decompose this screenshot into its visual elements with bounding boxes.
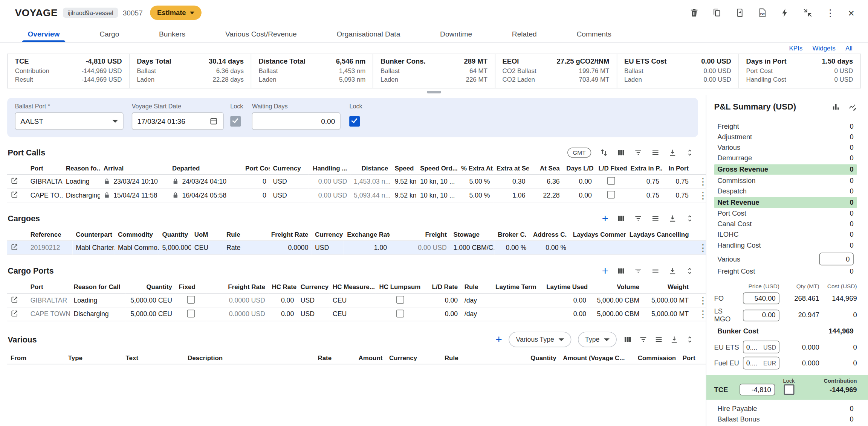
tab-related[interactable]: Related xyxy=(504,26,544,42)
unfold-icon[interactable] xyxy=(685,148,694,157)
copy-icon[interactable] xyxy=(712,8,722,18)
filter-icon[interactable] xyxy=(634,214,643,223)
tce-input[interactable] xyxy=(740,384,775,396)
add-various-button[interactable]: + xyxy=(496,334,502,345)
view-link-all[interactable]: All xyxy=(845,45,853,52)
tab-comments[interactable]: Comments xyxy=(569,26,619,42)
port-call-row[interactable]: CAPE TO... Discharging 15/04/24 11:58 16… xyxy=(7,188,706,202)
ls-mgo-price-input[interactable] xyxy=(743,309,779,321)
col-counterpart[interactable]: Counterpart xyxy=(72,228,115,241)
waiting-days-lock-checkbox[interactable] xyxy=(350,116,360,127)
bar-chart-icon[interactable] xyxy=(831,102,840,111)
various-type-dropdown[interactable]: Various Type xyxy=(509,332,571,347)
col-hc-measure[interactable]: HC Measure... xyxy=(329,281,376,293)
col-in-port[interactable]: In Port xyxy=(663,162,692,175)
hc-lumpsum-checkbox[interactable] xyxy=(396,295,404,303)
port-call-row[interactable]: GIBRALTAR Loading 23/03/24 10:10 24/03/2… xyxy=(7,175,706,189)
col-port[interactable]: Port xyxy=(27,281,70,293)
hc-lumpsum-checkbox[interactable] xyxy=(396,309,404,317)
fixed-checkbox[interactable] xyxy=(187,309,195,317)
download-icon[interactable] xyxy=(668,214,677,223)
col-address-c[interactable]: Address C. xyxy=(530,228,570,241)
col-port-cost[interactable]: Port Cost xyxy=(242,162,269,175)
cargo-row[interactable]: 20190212 Mabl Charter... Mabl Commo... 5… xyxy=(7,241,706,255)
type-dropdown[interactable]: Type xyxy=(578,332,617,347)
edit-icon[interactable] xyxy=(11,243,18,251)
bolt-icon[interactable] xyxy=(780,8,790,18)
download-icon[interactable] xyxy=(670,335,679,344)
cargo-port-row[interactable]: GIBRALTAR Loading 5,000.00 CEU 0.0000 US… xyxy=(7,294,706,307)
tab-bunkers[interactable]: Bunkers xyxy=(151,26,193,42)
col-volume[interactable]: Volume xyxy=(590,281,643,293)
unfold-icon[interactable] xyxy=(685,266,694,275)
col-quantity[interactable]: Quantity xyxy=(126,281,176,293)
col-freight[interactable]: Freight xyxy=(390,228,450,241)
pnl-various-input[interactable] xyxy=(819,253,854,266)
col-commission[interactable]: Commission xyxy=(627,352,679,364)
drag-handle[interactable] xyxy=(427,91,441,93)
fuel-eu-input[interactable]: 0....EUR xyxy=(743,357,779,370)
tce-lock-checkbox[interactable] xyxy=(784,384,794,395)
col-port[interactable]: Port xyxy=(27,162,63,175)
tab-downtime[interactable]: Downtime xyxy=(432,26,480,42)
tab-various-cost-revenue[interactable]: Various Cost/Revenue xyxy=(217,26,304,42)
row-menu-icon[interactable]: ⋮ xyxy=(698,309,706,320)
col-hc-rate[interactable]: HC Rate xyxy=(269,281,297,293)
col-rule[interactable]: Rule xyxy=(223,228,263,241)
filter-icon[interactable] xyxy=(639,335,648,344)
col-weight[interactable]: Weight xyxy=(643,281,692,293)
unfold-icon[interactable] xyxy=(685,335,694,344)
columns-icon[interactable] xyxy=(617,214,626,223)
col-reference[interactable]: Reference xyxy=(27,228,72,241)
edit-icon[interactable] xyxy=(11,295,18,303)
view-link-widgets[interactable]: Widgets xyxy=(813,45,836,52)
col-uom[interactable]: UoM xyxy=(191,228,223,241)
sort-icon[interactable] xyxy=(599,148,608,157)
col-fixed[interactable]: Fixed xyxy=(176,281,206,293)
journal-icon[interactable] xyxy=(735,8,744,18)
col-extra-at-sea[interactable]: Extra at Sea xyxy=(493,162,529,175)
col-quantity[interactable]: Quantity xyxy=(159,228,191,241)
close-icon[interactable]: ✕ xyxy=(848,9,854,17)
view-link-kpis[interactable]: KPIs xyxy=(789,45,802,52)
col-departed[interactable]: Departed xyxy=(169,162,242,175)
delete-icon[interactable] xyxy=(689,8,699,18)
col-ld-rate[interactable]: L/D Rate xyxy=(425,281,461,293)
col-rule[interactable]: Rule xyxy=(461,281,492,293)
col-laytime-used[interactable]: Laytime Used xyxy=(543,281,589,293)
col-exchange-rate[interactable]: Exchange Rate xyxy=(344,228,390,241)
col-pct-extra-at-sea[interactable]: % Extra At... xyxy=(458,162,493,175)
ld-fixed-checkbox[interactable] xyxy=(607,190,615,198)
fixed-checkbox[interactable] xyxy=(187,295,195,303)
gmt-toggle[interactable]: GMT xyxy=(567,148,591,157)
col-stowage[interactable]: Stowage xyxy=(450,228,495,241)
calendar-icon[interactable] xyxy=(209,117,218,126)
filter-icon[interactable] xyxy=(634,266,643,275)
pdf-icon[interactable]: PDF xyxy=(758,8,767,18)
tab-cargo[interactable]: Cargo xyxy=(92,26,127,42)
col-freight-rate[interactable]: Freight Rate xyxy=(206,281,269,293)
col-handling[interactable]: Handling ... xyxy=(308,162,350,175)
col-arrival[interactable]: Arrival xyxy=(100,162,169,175)
col-speed[interactable]: Speed xyxy=(391,162,417,175)
edit-icon[interactable] xyxy=(11,190,18,198)
col-text[interactable]: Text xyxy=(122,352,185,364)
col-hc-lumpsum[interactable]: HC Lumpsum xyxy=(376,281,425,293)
line-chart-icon[interactable] xyxy=(848,102,857,111)
col-laydays-commence[interactable]: Laydays Commence xyxy=(570,228,626,241)
col-commodity[interactable]: Commodity xyxy=(115,228,159,241)
col-distance[interactable]: Distance xyxy=(350,162,391,175)
col-laytime-term[interactable]: Laytime Term xyxy=(492,281,543,293)
download-icon[interactable] xyxy=(668,148,677,157)
col-quantity[interactable]: Quantity xyxy=(524,352,560,364)
col-rule[interactable]: Rule xyxy=(441,352,524,364)
row-menu-icon[interactable]: ⋮ xyxy=(698,242,706,253)
columns-icon[interactable] xyxy=(617,148,626,157)
col-reason[interactable]: Reason fo... xyxy=(63,162,100,175)
waiting-days-input[interactable] xyxy=(258,117,335,125)
col-type[interactable]: Type xyxy=(65,352,122,364)
col-currency[interactable]: Currency xyxy=(312,228,344,241)
col-amount[interactable]: Amount xyxy=(335,352,386,364)
col-amount-voyage-currency[interactable]: Amount (Voyage C... xyxy=(560,352,627,364)
voyage-start-date-input[interactable] xyxy=(137,117,196,125)
